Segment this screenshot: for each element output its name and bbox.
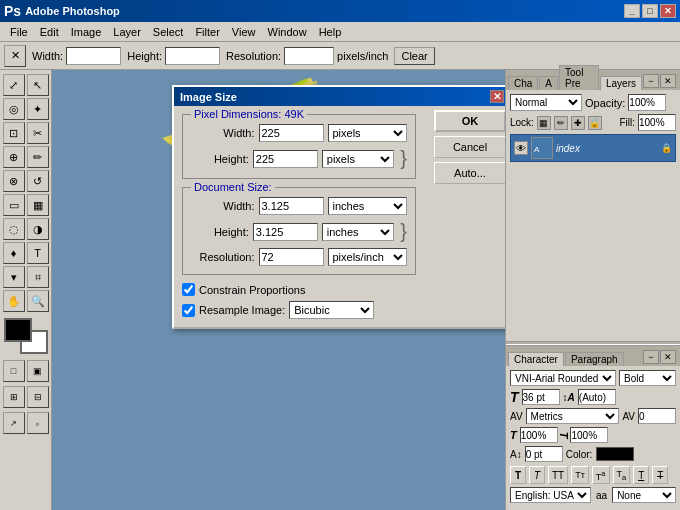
menu-window[interactable]: Window xyxy=(262,25,313,39)
superscript-button[interactable]: Ta xyxy=(592,466,610,484)
gradient-tool[interactable]: ▦ xyxy=(27,194,49,216)
menu-layer[interactable]: Layer xyxy=(107,25,147,39)
doc-height-unit[interactable]: inches cm mm pixels xyxy=(322,223,395,241)
menu-help[interactable]: Help xyxy=(313,25,348,39)
healing-tool[interactable]: ⊕ xyxy=(3,146,25,168)
foreground-color[interactable] xyxy=(4,318,32,342)
panel-minimize-icon[interactable]: − xyxy=(643,74,659,88)
resolution-input[interactable] xyxy=(259,248,324,266)
kerning-input[interactable] xyxy=(638,408,676,424)
annotation-tool[interactable]: ▾ xyxy=(3,266,25,288)
minimize-button[interactable]: _ xyxy=(624,4,640,18)
tab-layers[interactable]: Layers xyxy=(600,76,642,90)
leading-input[interactable] xyxy=(578,389,616,405)
pixel-height-unit[interactable]: pixels percent xyxy=(322,150,395,168)
type-tool[interactable]: T xyxy=(27,242,49,264)
clone-tool[interactable]: ⊗ xyxy=(3,170,25,192)
layer-item[interactable]: 👁 A index 🔒 xyxy=(510,134,676,162)
scale-h-input[interactable] xyxy=(520,427,558,443)
menu-select[interactable]: Select xyxy=(147,25,190,39)
all-caps-button[interactable]: TT xyxy=(548,466,568,484)
doc-width-unit[interactable]: inches cm mm pixels xyxy=(328,197,408,215)
height-input[interactable] xyxy=(165,47,220,65)
crop-tool[interactable]: ⊡ xyxy=(3,122,25,144)
scale-v-input[interactable] xyxy=(570,427,608,443)
width-input[interactable] xyxy=(66,47,121,65)
menu-filter[interactable]: Filter xyxy=(189,25,225,39)
maximize-button[interactable]: □ xyxy=(642,4,658,18)
hand-tool[interactable]: ✋ xyxy=(3,290,25,312)
jump-to-button[interactable]: ↗ xyxy=(3,412,25,434)
auto-button[interactable]: Auto... xyxy=(434,162,505,184)
menu-file[interactable]: File xyxy=(4,25,34,39)
dodge-tool[interactable]: ◑ xyxy=(27,218,49,240)
blur-tool[interactable]: ◌ xyxy=(3,218,25,240)
pixel-width-input[interactable] xyxy=(259,124,324,142)
dialog-close-button[interactable]: ✕ xyxy=(490,90,504,103)
magic-wand-tool[interactable]: ✦ xyxy=(27,98,49,120)
char-panel-close-icon[interactable]: ✕ xyxy=(660,350,676,364)
quickmask-mode[interactable]: ▣ xyxy=(27,360,49,382)
language-select[interactable]: English: USA xyxy=(510,487,591,503)
baseline-input[interactable] xyxy=(525,446,563,462)
lock-transparent-icon[interactable]: ▦ xyxy=(537,116,551,130)
resample-checkbox[interactable] xyxy=(182,304,195,317)
small-caps-button[interactable]: Tт xyxy=(571,466,589,484)
slice-tool[interactable]: ✂ xyxy=(27,122,49,144)
color-picker[interactable] xyxy=(4,318,48,354)
extra-tool[interactable]: ⬦ xyxy=(27,412,49,434)
screen-mode[interactable]: ⊞ xyxy=(3,386,25,408)
lock-position-icon[interactable]: ✚ xyxy=(571,116,585,130)
font-family-select[interactable]: VNI-Arial Rounded xyxy=(510,370,616,386)
move-tool[interactable]: ↖ xyxy=(27,74,49,96)
underline-button[interactable]: T xyxy=(633,466,649,484)
font-size-input[interactable] xyxy=(522,389,560,405)
lock-all-icon[interactable]: 🔒 xyxy=(588,116,602,130)
constrain-checkbox[interactable] xyxy=(182,283,195,296)
marquee-tool[interactable]: ⤢ xyxy=(3,74,25,96)
layer-visibility-icon[interactable]: 👁 xyxy=(514,141,528,155)
resample-method-select[interactable]: Bicubic Bilinear Nearest Neighbor xyxy=(289,301,374,319)
brush-tool[interactable]: ✏ xyxy=(27,146,49,168)
tab-tool-presets[interactable]: Tool Pre xyxy=(559,65,599,90)
fullscreen-mode[interactable]: ⊟ xyxy=(27,386,49,408)
resolution-input[interactable] xyxy=(284,47,334,65)
clear-button[interactable]: Clear xyxy=(394,47,434,65)
char-panel-minimize-icon[interactable]: − xyxy=(643,350,659,364)
font-style-select[interactable]: Bold Regular Italic xyxy=(619,370,676,386)
doc-height-input[interactable] xyxy=(253,223,318,241)
tab-character[interactable]: Character xyxy=(508,352,564,366)
menu-view[interactable]: View xyxy=(226,25,262,39)
resolution-unit[interactable]: pixels/inch pixels/cm xyxy=(328,248,408,266)
opacity-input[interactable] xyxy=(628,94,666,111)
subscript-button[interactable]: Ta xyxy=(613,466,631,484)
tab-paragraph[interactable]: Paragraph xyxy=(565,352,624,366)
close-button[interactable]: ✕ xyxy=(660,4,676,18)
blend-mode-select[interactable]: Normal Multiply Screen xyxy=(510,94,582,111)
menu-edit[interactable]: Edit xyxy=(34,25,65,39)
panel-close-icon[interactable]: ✕ xyxy=(660,74,676,88)
strikethrough-button[interactable]: T xyxy=(652,466,668,484)
ok-button[interactable]: OK xyxy=(434,110,505,132)
bold-button[interactable]: T xyxy=(510,466,526,484)
italic-button[interactable]: T xyxy=(529,466,545,484)
eraser-tool[interactable]: ▭ xyxy=(3,194,25,216)
tab-character-abbr[interactable]: Cha xyxy=(508,76,538,90)
doc-width-input[interactable] xyxy=(259,197,324,215)
pixel-width-unit[interactable]: pixels percent xyxy=(328,124,408,142)
antialiasing-select[interactable]: None Sharp Crisp Strong Smooth xyxy=(612,487,676,503)
pixel-height-input[interactable] xyxy=(253,150,318,168)
cancel-button[interactable]: Cancel xyxy=(434,136,505,158)
fill-input[interactable] xyxy=(638,114,676,131)
color-swatch[interactable] xyxy=(596,447,634,461)
path-tool[interactable]: ♦ xyxy=(3,242,25,264)
zoom-tool[interactable]: 🔍 xyxy=(27,290,49,312)
tracking-select[interactable]: Metrics Optical xyxy=(526,408,620,424)
standard-mode[interactable]: □ xyxy=(3,360,25,382)
lock-image-icon[interactable]: ✏ xyxy=(554,116,568,130)
history-tool[interactable]: ↺ xyxy=(27,170,49,192)
eyedropper-tool[interactable]: ⌗ xyxy=(27,266,49,288)
lasso-tool[interactable]: ◎ xyxy=(3,98,25,120)
menu-image[interactable]: Image xyxy=(65,25,108,39)
tab-a[interactable]: A xyxy=(539,76,558,90)
